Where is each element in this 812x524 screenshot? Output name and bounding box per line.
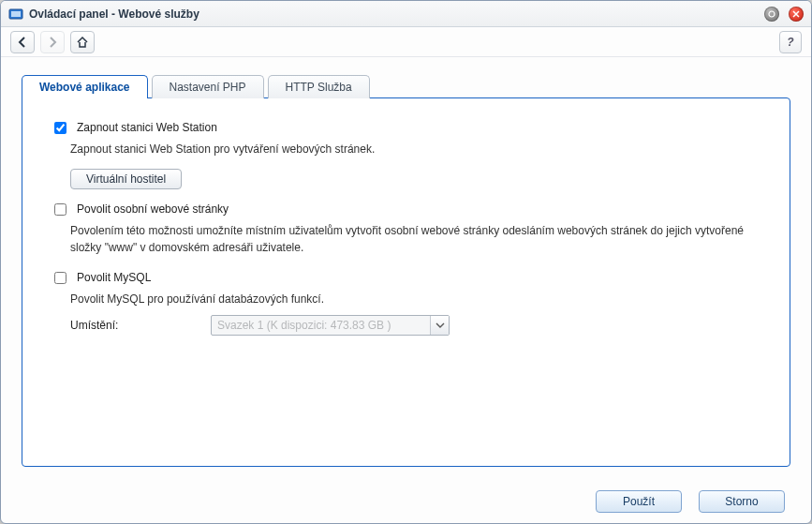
option-web-station: Zapnout stanici Web Station bbox=[51, 121, 769, 137]
help-button[interactable]: ? bbox=[779, 31, 802, 53]
checkbox-label: Povolit MySQL bbox=[77, 271, 151, 284]
button-label: Použít bbox=[623, 495, 655, 508]
option-personal-sites: Povolit osobní webové stránky bbox=[51, 202, 769, 218]
toolbar: ? bbox=[1, 27, 811, 57]
close-icon[interactable] bbox=[789, 7, 804, 22]
mysql-location-row: Umístění: Svazek 1 (K dispozici: 473.83 … bbox=[70, 315, 769, 336]
mysql-location-select[interactable]: Svazek 1 (K dispozici: 473.83 GB ) bbox=[211, 315, 450, 336]
window-title: Ovládací panel - Webové služby bbox=[29, 7, 199, 21]
tab-php-settings[interactable]: Nastavení PHP bbox=[152, 75, 264, 98]
footer: Použít Storno bbox=[1, 480, 811, 523]
tab-bar: Webové aplikace Nastavení PHP HTTP Služb… bbox=[22, 74, 790, 97]
tab-label: Webové aplikace bbox=[39, 81, 130, 94]
select-value: Svazek 1 (K dispozici: 473.83 GB ) bbox=[212, 319, 430, 332]
titlebar-help-icon[interactable] bbox=[764, 7, 779, 22]
titlebar: Ovládací panel - Webové služby bbox=[1, 1, 811, 27]
checkbox-label: Zapnout stanici Web Station bbox=[77, 121, 217, 134]
checkbox-personal-sites[interactable] bbox=[54, 203, 66, 216]
tab-web-apps[interactable]: Webové aplikace bbox=[22, 75, 148, 98]
svg-point-2 bbox=[769, 11, 775, 17]
tab-label: HTTP Služba bbox=[286, 81, 352, 94]
chevron-down-icon bbox=[430, 316, 449, 335]
mysql-location-label: Umístění: bbox=[70, 319, 201, 332]
tab-panel: Zapnout stanici Web Station Zapnout stan… bbox=[22, 97, 790, 467]
apply-button[interactable]: Použít bbox=[596, 490, 682, 513]
option-mysql: Povolit MySQL bbox=[51, 271, 769, 287]
tab-label: Nastavení PHP bbox=[170, 81, 246, 94]
button-label: Storno bbox=[725, 495, 758, 508]
window: Ovládací panel - Webové služby ? Webové … bbox=[0, 0, 812, 524]
tab-http-service[interactable]: HTTP Služba bbox=[268, 75, 370, 98]
checkbox-web-station[interactable] bbox=[54, 122, 66, 134]
content-area: Webové aplikace Nastavení PHP HTTP Služb… bbox=[1, 57, 811, 480]
virtual-host-button[interactable]: Virtuální hostitel bbox=[70, 169, 182, 189]
svg-rect-1 bbox=[11, 11, 21, 17]
forward-button[interactable] bbox=[40, 31, 65, 53]
option-web-station-desc: Zapnout stanici Web Station pro vytvářen… bbox=[70, 141, 769, 157]
option-personal-sites-desc: Povolením této možnosti umožníte místním… bbox=[70, 222, 769, 256]
cancel-button[interactable]: Storno bbox=[699, 490, 785, 513]
checkbox-label: Povolit osobní webové stránky bbox=[77, 202, 229, 216]
button-label: Virtuální hostitel bbox=[86, 172, 166, 186]
option-mysql-desc: Povolit MySQL pro používání databázových… bbox=[70, 291, 769, 307]
app-icon bbox=[8, 7, 23, 22]
home-button[interactable] bbox=[70, 31, 95, 53]
checkbox-mysql[interactable] bbox=[54, 272, 66, 284]
back-button[interactable] bbox=[10, 31, 35, 53]
